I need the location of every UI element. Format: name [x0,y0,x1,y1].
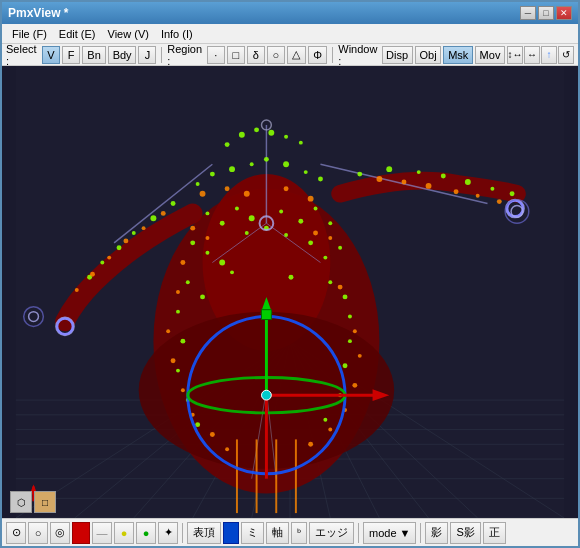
window-obj-button[interactable]: Obj [415,46,442,64]
region-phi-button[interactable]: Φ [308,46,328,64]
svg-point-94 [200,191,206,197]
bottom-dot-button[interactable]: ◎ [50,522,70,544]
bottom-correct-button[interactable]: 正 [483,522,506,544]
svg-point-78 [343,294,348,299]
region-square-button[interactable]: □ [227,46,245,64]
svg-point-121 [454,189,459,194]
svg-point-128 [90,272,95,277]
view-control-4[interactable]: ↺ [558,46,574,64]
svg-point-66 [298,219,303,224]
maximize-button[interactable]: □ [538,6,554,20]
close-button[interactable]: ✕ [556,6,572,20]
svg-point-116 [225,447,229,451]
svg-point-111 [352,383,357,388]
svg-point-52 [100,261,104,265]
bottom-s-shadow-button[interactable]: S影 [450,522,480,544]
select-j-button[interactable]: J [138,46,156,64]
svg-point-72 [308,240,313,245]
bottom-mode-button[interactable]: mode ▼ [363,522,416,544]
svg-point-127 [107,256,111,260]
bottom-line-button[interactable]: — [92,522,112,544]
view-btn-1[interactable]: ⬡ [10,491,32,513]
view-btn-2[interactable]: □ [34,491,56,513]
svg-point-75 [186,280,190,284]
region-dot-button[interactable]: · [207,46,225,64]
view-control-3[interactable]: ↑ [541,46,557,64]
svg-point-35 [254,127,259,132]
bottom-green-button[interactable]: ● [136,522,156,544]
svg-point-120 [426,183,432,189]
svg-point-67 [314,207,318,211]
select-label: Select : [6,43,38,67]
bottom-mi-button[interactable]: ミ [241,522,264,544]
viewport[interactable]: ⬡ □ [2,66,578,518]
view-control-2[interactable]: ↔ [524,46,540,64]
main-window: PmxView * ─ □ ✕ File (F) Edit (E) View (… [0,0,580,548]
view-control-1[interactable]: ↕↔ [507,46,523,64]
select-v-button[interactable]: V [42,46,60,64]
svg-point-91 [284,233,288,237]
svg-point-38 [225,142,230,147]
bottom-toolbar: ⊙ ○ ◎ — ● ● ✦ 表頂 ミ 軸 ᵇ エッジ mode ▼ 影 S影 正 [2,518,578,546]
window-mov-button[interactable]: Mov [475,46,505,64]
svg-point-43 [264,157,269,162]
svg-point-99 [190,226,195,231]
bottom-edge-button[interactable]: エッジ [309,522,354,544]
select-f-button[interactable]: F [62,46,80,64]
bottom-circle-button[interactable]: ○ [28,522,48,544]
minimize-button[interactable]: ─ [520,6,536,20]
svg-point-97 [284,186,289,191]
svg-point-77 [328,280,332,284]
bottom-axis-button[interactable]: 軸 [266,522,289,544]
scene-view [2,66,578,518]
svg-point-88 [323,418,327,422]
svg-point-48 [171,201,176,206]
svg-point-37 [284,135,288,139]
select-bdy-button[interactable]: Bdy [108,46,136,64]
bottom-vertex-button[interactable]: 表頂 [187,522,221,544]
svg-point-125 [142,226,146,230]
svg-point-93 [289,275,294,280]
region-circle-button[interactable]: ○ [267,46,285,64]
bottom-b-button[interactable]: ᵇ [291,522,307,544]
bottom-tri-red-button[interactable] [72,522,90,544]
toolbar: Select : V F Bn Bdy J Region : · □ δ ○ △… [2,44,578,66]
svg-point-71 [219,260,225,266]
svg-point-42 [250,162,254,166]
svg-point-56 [417,170,421,174]
window-disp-button[interactable]: Disp [382,46,413,64]
viewport-bottom-icons: ⬡ □ [10,491,56,513]
svg-point-108 [171,358,176,363]
menu-file[interactable]: File (F) [6,27,53,41]
region-triangle-button[interactable]: △ [287,46,306,64]
svg-point-51 [117,245,122,250]
svg-point-80 [348,315,352,319]
region-delta-button[interactable]: δ [247,46,265,64]
svg-point-36 [268,130,274,136]
svg-point-58 [465,179,471,185]
svg-point-96 [244,191,250,197]
svg-point-103 [180,260,185,265]
svg-point-89 [245,231,249,235]
bottom-eye-button[interactable]: ⊙ [6,522,26,544]
window-msk-button[interactable]: Msk [443,46,473,64]
svg-point-45 [304,170,308,174]
menu-info[interactable]: Info (I) [155,27,199,41]
bottom-sep-3 [420,523,421,543]
svg-point-115 [328,428,332,432]
svg-point-123 [497,199,502,204]
svg-point-129 [75,288,79,292]
bottom-shadow-button[interactable]: 影 [425,522,448,544]
bottom-yellow-button[interactable]: ● [114,522,134,544]
svg-point-98 [308,196,314,202]
svg-point-34 [239,132,245,138]
menu-edit[interactable]: Edit (E) [53,27,102,41]
bottom-blue-button[interactable] [223,522,239,544]
bottom-star-button[interactable]: ✦ [158,522,178,544]
select-bn-button[interactable]: Bn [82,46,106,64]
svg-point-49 [150,215,156,221]
svg-point-60 [510,191,515,196]
svg-point-40 [210,172,215,177]
toolbar-sep-1 [161,47,162,63]
menu-view[interactable]: View (V) [102,27,155,41]
